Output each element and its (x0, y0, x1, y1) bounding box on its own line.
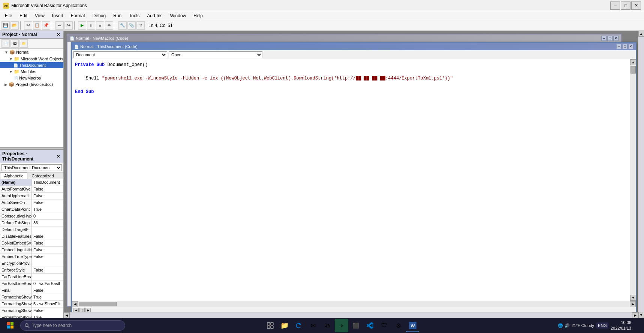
menu-window[interactable]: Window (167, 12, 190, 20)
minimize-button[interactable]: ─ (610, 2, 620, 10)
props-row-consechyp[interactable]: ConsecutiveHyp 0 (0, 213, 63, 220)
tree-item-word-objects[interactable]: ▼ 📁 Microsoft Word Objects (0, 56, 63, 62)
scroll-up-btn[interactable]: ▲ (630, 59, 636, 65)
props-row-fareast2[interactable]: FarEastLineBrea 0 - wdFarEastl (0, 280, 63, 287)
thisdoc-minimize[interactable]: ─ (616, 44, 622, 49)
scroll-down-btn[interactable]: ▼ (630, 295, 636, 301)
taskview-icon[interactable] (264, 319, 277, 332)
security-icon[interactable]: 🛡 (377, 319, 391, 332)
taskbar-search[interactable]: Type here to search (20, 320, 125, 331)
thisdoc-maximize[interactable]: □ (622, 44, 628, 49)
mail-icon[interactable]: ✉ (306, 319, 320, 332)
props-row-enforcestyle[interactable]: EnforceStyle False (0, 267, 63, 274)
tb-design-btn[interactable]: ✏ (105, 21, 113, 30)
tab-categorized[interactable]: Categorized (27, 172, 58, 179)
tb-redo-btn[interactable]: ↪ (64, 21, 73, 30)
scroll-thumb-v[interactable] (631, 66, 636, 74)
tree-item-newmacros[interactable]: 📄 NewMacros (0, 75, 63, 81)
props-row-name[interactable]: (Name) ThisDocument (0, 179, 63, 186)
sys-tray-network[interactable]: 🌐 (558, 323, 563, 328)
scroll-left-btn[interactable]: ◀ (72, 301, 78, 307)
scroll-thumb-h[interactable] (79, 302, 117, 306)
proj-view-form[interactable]: 🖼 (10, 39, 19, 48)
terminal-icon[interactable]: ⬛ (349, 319, 362, 332)
props-row-fmtshow4[interactable]: FormattingShow True (0, 314, 63, 318)
menu-help[interactable]: Help (190, 12, 206, 20)
settings-icon[interactable]: ⚙ (392, 319, 405, 332)
tb-paste-btn[interactable]: 📌 (42, 21, 50, 30)
menu-addins[interactable]: Add-Ins (144, 12, 166, 20)
close-button[interactable]: ✕ (631, 2, 641, 10)
show-desktop-btn[interactable] (634, 320, 641, 332)
vscode-icon[interactable] (363, 319, 377, 332)
explorer-icon[interactable]: 📁 (278, 319, 291, 332)
weather-text[interactable]: 21°F Cloudy (571, 323, 594, 328)
tb-ref-btn[interactable]: 📎 (127, 21, 136, 30)
menu-run[interactable]: Run (110, 12, 125, 20)
tb-run-btn[interactable]: ▶ (78, 21, 86, 30)
proj-toggle-folders[interactable]: 📁 (19, 39, 28, 48)
start-button[interactable] (3, 320, 18, 332)
store-icon[interactable]: 🛍 (321, 319, 334, 332)
props-row-defaulttarget[interactable]: DefaultTargetFr (0, 226, 63, 233)
tb-stop-btn[interactable]: ■ (96, 21, 104, 30)
tb-undo-btn[interactable]: ↩ (55, 21, 64, 30)
tb-break-btn[interactable]: ⏸ (87, 21, 95, 30)
props-row-autoformat[interactable]: AutoFormatOve False (0, 186, 63, 193)
tab-alphabetic[interactable]: Alphabetic (0, 172, 27, 179)
edge-icon[interactable] (292, 319, 306, 332)
mdi-scroll-down[interactable]: ▼ (638, 312, 644, 318)
props-row-final[interactable]: Final False (0, 287, 63, 294)
tb-open-btn[interactable]: 📂 (10, 21, 19, 30)
props-row-disablefeatures[interactable]: DisableFeatures False (0, 233, 63, 240)
tb-save-btn[interactable]: 💾 (1, 21, 10, 30)
menu-insert[interactable]: Insert (49, 12, 67, 20)
properties-close[interactable]: ✕ (55, 154, 61, 159)
props-object-select[interactable]: ThisDocument Document (1, 164, 62, 171)
props-row-autohyph[interactable]: AutoHyphenati False (0, 193, 63, 200)
menu-tools[interactable]: Tools (126, 12, 143, 20)
tree-item-thisdocument[interactable]: 📄 ThisDocument (0, 62, 63, 68)
tb-oe-btn[interactable]: 🔧 (118, 21, 127, 30)
system-time[interactable]: 10:08 2022/01/13 (611, 320, 631, 332)
tb-copy-btn[interactable]: 📋 (33, 21, 41, 30)
thisdoc-close[interactable]: ✕ (628, 44, 634, 49)
language-indicator[interactable]: ENG (596, 322, 608, 328)
maximize-button[interactable]: □ (621, 2, 631, 10)
props-row-embedtrue[interactable]: EmbedTrueType False (0, 254, 63, 260)
props-row-encryption[interactable]: EncryptionProvi (0, 260, 63, 267)
mdi-scroll-up[interactable]: ▲ (638, 31, 644, 37)
word-icon[interactable]: W (406, 319, 419, 332)
tb-help-btn[interactable]: ? (136, 21, 145, 30)
newmacros-minimize[interactable]: ─ (601, 36, 607, 41)
newmacros-close[interactable]: ✕ (613, 36, 619, 41)
tree-item-invoice[interactable]: ▶ 📦 Project (Invoice.doc) (0, 81, 63, 88)
code-method-dropdown[interactable]: Open (169, 51, 262, 58)
props-row-autosave[interactable]: AutoSaveOn False (0, 200, 63, 206)
code-object-dropdown[interactable]: Document (73, 51, 167, 58)
mdi-scroll-left[interactable]: ◀ (64, 312, 70, 318)
menu-file[interactable]: File (1, 12, 15, 20)
newmacros-maximize[interactable]: □ (607, 36, 613, 41)
props-row-chartdata[interactable]: ChartDataPoint True (0, 206, 63, 213)
props-row-fmtshow2[interactable]: FormattingShow 5 - wdShowFilt (0, 301, 63, 308)
proj-view-code[interactable]: 📄 (1, 39, 10, 48)
sys-tray-volume[interactable]: 🔊 (565, 323, 570, 328)
props-row-fmtshow1[interactable]: FormattingShow True (0, 294, 63, 301)
mdi-scroll-right[interactable]: ▶ (632, 312, 638, 318)
code-content[interactable]: Private Sub Document_Open() Shell "power… (72, 59, 630, 301)
menu-format[interactable]: Format (67, 12, 88, 20)
menu-edit[interactable]: Edit (16, 12, 31, 20)
menu-debug[interactable]: Debug (89, 12, 109, 20)
project-panel-close[interactable]: ✕ (55, 32, 61, 37)
music-icon[interactable]: ♪ (335, 319, 348, 332)
tree-item-modules[interactable]: ▼ 📁 Modules (0, 68, 63, 75)
props-row-defaulttab[interactable]: DefaultTabStop 36 (0, 220, 63, 226)
props-row-donotembed[interactable]: DoNotEmbedSys False (0, 240, 63, 247)
props-row-fmtshow3[interactable]: FormattingShow False (0, 308, 63, 314)
tree-item-normal[interactable]: ▼ 📦 Normal (0, 49, 63, 56)
menu-view[interactable]: View (31, 12, 48, 20)
props-row-embedling[interactable]: EmbedLinguistid False (0, 247, 63, 254)
tb-cut-btn[interactable]: ✂ (24, 21, 32, 30)
scroll-right-btn[interactable]: ▶ (630, 301, 636, 307)
